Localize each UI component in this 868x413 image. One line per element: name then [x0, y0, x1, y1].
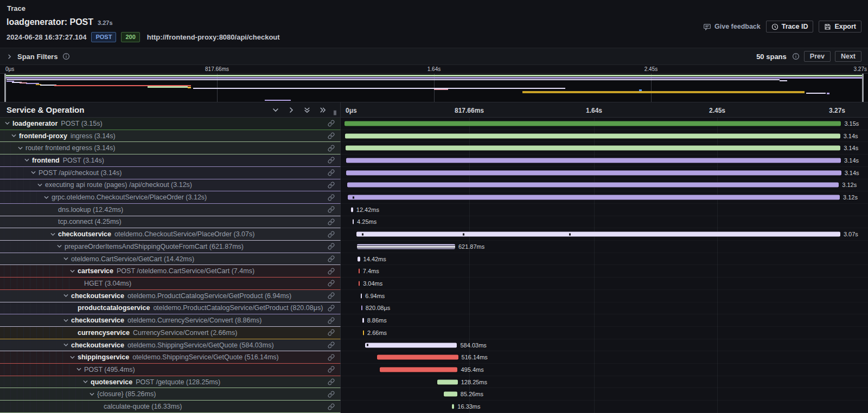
span-row[interactable]: HGET (3.04ms)3.04ms	[0, 278, 868, 290]
span-bar[interactable]	[358, 256, 360, 261]
span-bar[interactable]	[365, 343, 457, 347]
span-bar[interactable]	[362, 318, 364, 323]
link-chain-icon[interactable]	[324, 391, 340, 398]
span-row[interactable]: POST /api/checkout (3.14s)3.14s	[0, 167, 868, 179]
info-circle-icon[interactable]	[792, 53, 800, 60]
span-bar[interactable]	[363, 330, 364, 335]
minimap-left-handle[interactable]	[4, 74, 6, 102]
minimap-canvas[interactable]	[0, 73, 868, 102]
chevron-down-icon[interactable]	[17, 145, 25, 151]
span-row[interactable]: router frontend egress (3.14s)3.14s	[0, 142, 868, 154]
span-row[interactable]: frontendPOST (3.14s)3.14s	[0, 154, 868, 167]
span-row[interactable]: cartservicePOST /oteldemo.CartService/Ge…	[0, 265, 868, 278]
span-bar[interactable]	[437, 379, 457, 384]
span-row[interactable]: checkoutserviceoteldemo.ProductCatalogSe…	[0, 290, 868, 302]
chevron-down-icon[interactable]	[30, 170, 39, 176]
span-filters-toggle[interactable]: Span Filters	[7, 53, 70, 61]
chevron-down-icon[interactable]	[24, 157, 32, 163]
chevron-down-icon[interactable]	[69, 268, 78, 274]
span-row[interactable]: checkoutserviceoteldemo.CheckoutService/…	[0, 228, 868, 241]
span-bar[interactable]	[344, 121, 841, 126]
double-angle-right-icon[interactable]	[319, 106, 327, 114]
chevron-down-icon[interactable]	[76, 366, 84, 372]
chevron-down-icon[interactable]	[69, 354, 78, 360]
link-chain-icon[interactable]	[324, 169, 340, 176]
span-row[interactable]: shippingserviceoteldemo.ShippingService/…	[0, 351, 868, 364]
span-row[interactable]: dns.lookup (12.42ms)12.42ms	[0, 204, 868, 216]
span-row[interactable]: checkoutserviceoteldemo.ShippingService/…	[0, 339, 868, 352]
link-chain-icon[interactable]	[324, 231, 340, 238]
span-bar[interactable]	[351, 207, 353, 212]
span-row[interactable]: checkoutserviceoteldemo.CurrencyService/…	[0, 314, 868, 327]
chevron-down-icon[interactable]	[63, 342, 71, 348]
span-bar[interactable]	[380, 367, 458, 372]
link-chain-icon[interactable]	[324, 354, 340, 361]
chevron-down-icon[interactable]	[63, 256, 71, 262]
span-bar[interactable]	[348, 195, 840, 200]
span-bar[interactable]	[353, 220, 354, 224]
span-bar[interactable]	[347, 183, 839, 188]
chevron-down-icon[interactable]	[37, 182, 45, 188]
link-chain-icon[interactable]	[324, 145, 340, 152]
span-row[interactable]: tcp.connect (4.25ms)4.25ms	[0, 216, 868, 229]
drag-handle-icon[interactable]	[333, 109, 337, 117]
link-chain-icon[interactable]	[324, 182, 340, 189]
span-bar[interactable]	[346, 146, 840, 151]
span-row[interactable]: {closure} (85.26ms)85.26ms	[0, 388, 868, 401]
link-chain-icon[interactable]	[324, 329, 340, 336]
span-row[interactable]: prepareOrderItemsAndShippingQuoteFromCar…	[0, 241, 868, 253]
give-feedback-button[interactable]: Give feedback	[703, 23, 761, 31]
span-bar[interactable]	[361, 306, 362, 311]
angle-down-icon[interactable]	[272, 106, 279, 114]
span-bar[interactable]	[359, 281, 360, 286]
chevron-down-icon[interactable]	[43, 195, 52, 201]
span-bar[interactable]	[356, 232, 840, 237]
prev-button[interactable]: Prev	[804, 51, 831, 62]
span-row[interactable]: calculate-quote (16.33ms)16.33ms	[0, 401, 868, 413]
minimap-right-handle[interactable]	[862, 74, 864, 102]
span-bar[interactable]	[444, 392, 457, 397]
span-row[interactable]: productcatalogserviceoteldemo.ProductCat…	[0, 302, 868, 315]
chevron-down-icon[interactable]	[4, 120, 12, 126]
link-chain-icon[interactable]	[324, 206, 340, 213]
trace-minimap[interactable]: 0μs817.66ms1.64s2.45s3.27s	[0, 65, 868, 102]
double-angle-down-icon[interactable]	[303, 106, 311, 114]
link-chain-icon[interactable]	[324, 243, 340, 250]
span-row[interactable]: frontend-proxyingress (3.14s)3.14s	[0, 130, 868, 143]
trace-id-button[interactable]: Trace ID	[766, 21, 814, 33]
span-row[interactable]: oteldemo.CartService/GetCart (14.42ms)14…	[0, 253, 868, 266]
angle-right-icon[interactable]	[288, 106, 295, 114]
span-row[interactable]: executing api route (pages) /api/checkou…	[0, 179, 868, 192]
chevron-down-icon[interactable]	[63, 293, 71, 299]
span-row[interactable]: quoteservicePOST /getquote (128.25ms)128…	[0, 376, 868, 389]
span-bar[interactable]	[346, 158, 841, 163]
chevron-down-icon[interactable]	[11, 133, 19, 139]
span-row[interactable]: grpc.oteldemo.CheckoutService/PlaceOrder…	[0, 191, 868, 204]
info-circle-icon[interactable]	[62, 53, 70, 60]
chevron-down-icon[interactable]	[63, 318, 71, 324]
link-chain-icon[interactable]	[324, 255, 340, 262]
span-row[interactable]: POST (495.4ms)495.4ms	[0, 364, 868, 376]
link-chain-icon[interactable]	[324, 366, 340, 373]
link-chain-icon[interactable]	[324, 403, 340, 410]
span-bar[interactable]	[345, 133, 840, 138]
span-row[interactable]: currencyserviceCurrencyService/Convert (…	[0, 327, 868, 339]
export-button[interactable]: Export	[819, 21, 861, 33]
span-bar[interactable]	[357, 244, 455, 249]
span-bar[interactable]	[452, 404, 455, 409]
link-chain-icon[interactable]	[324, 157, 340, 164]
link-chain-icon[interactable]	[324, 280, 340, 287]
link-chain-icon[interactable]	[324, 305, 340, 312]
span-bar[interactable]	[346, 170, 841, 175]
span-bar[interactable]	[377, 355, 458, 360]
link-chain-icon[interactable]	[324, 378, 340, 385]
next-button[interactable]: Next	[835, 51, 861, 62]
span-bar[interactable]	[361, 293, 362, 298]
chevron-down-icon[interactable]	[82, 379, 91, 385]
link-chain-icon[interactable]	[324, 132, 340, 139]
link-chain-icon[interactable]	[324, 120, 340, 127]
chevron-down-icon[interactable]	[89, 391, 97, 397]
link-chain-icon[interactable]	[324, 218, 340, 225]
link-chain-icon[interactable]	[324, 268, 340, 275]
link-chain-icon[interactable]	[324, 292, 340, 299]
